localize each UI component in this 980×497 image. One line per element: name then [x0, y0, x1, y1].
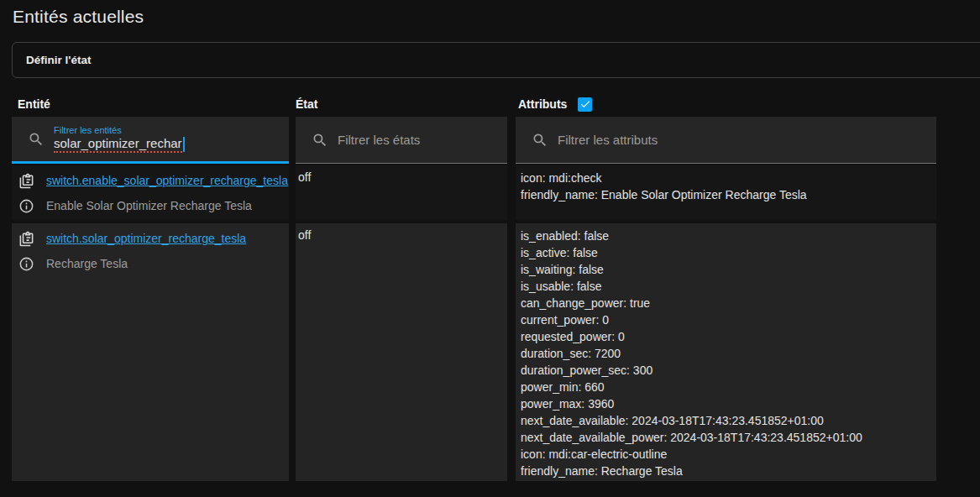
attributes-checkbox[interactable] — [578, 97, 592, 112]
entity-id-link[interactable]: switch.solar_optimizer_recharge_tesla — [46, 232, 246, 245]
table-row: switch.enable_solar_optimizer_recharge_t… — [12, 165, 980, 220]
table-header-row: Entité État Attributs — [12, 93, 980, 115]
attributes-filter-placeholder: Filtrer les attributs — [558, 133, 658, 147]
info-icon[interactable] — [18, 256, 34, 272]
search-icon — [312, 132, 328, 149]
entity-filter-input[interactable]: Filtrer les entités solar_optimizer_rech… — [12, 117, 289, 164]
set-state-expander[interactable]: Définir l'état — [12, 42, 980, 78]
friendly-name: Enable Solar Optimizer Recharge Tesla — [46, 199, 252, 212]
info-icon[interactable] — [18, 198, 34, 214]
search-icon — [28, 131, 45, 148]
state-filter-input[interactable]: Filtrer les états — [296, 117, 507, 164]
attributes-value: icon: mdi:check friendly_name: Enable So… — [516, 165, 936, 220]
entity-filter-label: Filtrer les entités — [54, 125, 185, 135]
table-row: switch.solar_optimizer_recharge_tesla Re… — [12, 223, 980, 481]
state-value: off — [296, 223, 507, 481]
column-header-entity: Entité — [12, 97, 289, 111]
entity-id-link[interactable]: switch.enable_solar_optimizer_recharge_t… — [46, 174, 288, 187]
entities-table: Entité État Attributs Filtrer les entité… — [12, 93, 980, 481]
page-title: Entités actuelles — [0, 0, 980, 27]
text-caret — [183, 137, 185, 152]
filter-row: Filtrer les entités solar_optimizer_rech… — [12, 117, 980, 164]
attributes-value: is_enabled: false is_active: false is_wa… — [516, 223, 936, 481]
search-icon — [532, 132, 548, 149]
check-icon — [579, 98, 591, 110]
copy-entity-id-icon[interactable] — [18, 231, 34, 247]
copy-entity-id-icon[interactable] — [18, 173, 34, 189]
column-header-state: État — [296, 97, 507, 111]
entity-filter-value: solar_optimizer_rechar — [54, 136, 182, 153]
state-filter-placeholder: Filtrer les états — [338, 133, 420, 147]
friendly-name: Recharge Tesla — [46, 257, 128, 270]
attributes-filter-input[interactable]: Filtrer les attributs — [516, 117, 936, 164]
column-header-attributes: Attributs — [518, 97, 567, 111]
table-rows: switch.enable_solar_optimizer_recharge_t… — [12, 165, 980, 481]
state-value: off — [296, 165, 507, 220]
set-state-label: Définir l'état — [26, 54, 91, 66]
